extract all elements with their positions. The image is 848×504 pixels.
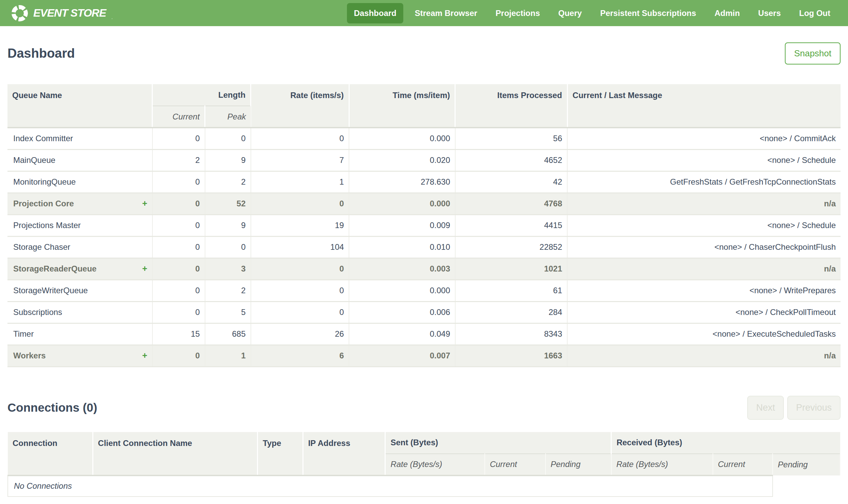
queues-table: Queue Name Length Rate (items/s) Time (m… bbox=[7, 84, 841, 367]
header-type: Type bbox=[258, 432, 303, 475]
time-cell: 0.049 bbox=[349, 323, 455, 345]
page-header: Dashboard Snapshot bbox=[7, 42, 841, 65]
queue-name-cell: Timer bbox=[7, 323, 152, 345]
queue-name-cell: Index Committer bbox=[7, 128, 152, 149]
length-current-cell: 0 bbox=[152, 258, 205, 280]
items-processed-cell: 56 bbox=[455, 128, 567, 149]
nav-item-log-out[interactable]: Log Out bbox=[792, 3, 837, 23]
rate-cell: 19 bbox=[251, 215, 349, 236]
header-message: Current / Last Message bbox=[567, 84, 841, 128]
time-cell: 0.000 bbox=[349, 128, 455, 149]
length-current-cell: 0 bbox=[152, 171, 205, 193]
time-cell: 0.000 bbox=[349, 280, 455, 301]
nav-item-query[interactable]: Query bbox=[552, 3, 589, 23]
message-cell: n/a bbox=[567, 258, 841, 280]
length-peak-cell: 1 bbox=[205, 345, 251, 366]
snapshot-button[interactable]: Snapshot bbox=[785, 42, 841, 65]
queue-name-cell: MainQueue bbox=[7, 149, 152, 171]
expand-icon[interactable]: + bbox=[142, 351, 147, 360]
table-row: Timer15685260.0498343<none> / ExecuteSch… bbox=[7, 323, 841, 345]
table-row: Subscriptions0500.006284<none> / CheckPo… bbox=[7, 301, 841, 323]
length-peak-cell: 52 bbox=[205, 193, 251, 215]
table-row: Workers+0160.0071663n/a bbox=[7, 345, 841, 366]
message-cell: n/a bbox=[567, 193, 841, 215]
table-row: Index Committer0000.00056<none> / Commit… bbox=[7, 128, 841, 149]
length-peak-cell: 9 bbox=[205, 215, 251, 236]
brand-name: EVENT STORE bbox=[33, 7, 106, 19]
length-current-cell: 0 bbox=[152, 301, 205, 323]
header-length-peak: Peak bbox=[205, 106, 251, 128]
connections-table-header: Connection Client Connection Name Type I… bbox=[8, 432, 840, 475]
table-row: MonitoringQueue021278.63042GetFreshStats… bbox=[7, 171, 841, 193]
header-received-pending: Pending bbox=[773, 454, 840, 475]
nav-item-projections[interactable]: Projections bbox=[489, 3, 547, 23]
rate-cell: 0 bbox=[251, 258, 349, 280]
length-current-cell: 15 bbox=[152, 323, 205, 345]
queue-name-cell: Subscriptions bbox=[7, 301, 152, 323]
length-current-cell: 0 bbox=[152, 128, 205, 149]
length-peak-cell: 0 bbox=[205, 236, 251, 258]
length-peak-cell: 3 bbox=[205, 258, 251, 280]
nav-item-users[interactable]: Users bbox=[751, 3, 788, 23]
time-cell: 0.020 bbox=[349, 149, 455, 171]
brand-trademark-dot: . bbox=[111, 15, 113, 20]
header-client-connection-name: Client Connection Name bbox=[93, 432, 257, 475]
rate-cell: 1 bbox=[251, 171, 349, 193]
brand-logo[interactable]: EVENT STORE . bbox=[11, 4, 113, 22]
connections-title: Connections (0) bbox=[7, 401, 97, 414]
table-row: StorageReaderQueue+0300.0031021n/a bbox=[7, 258, 841, 280]
length-current-cell: 0 bbox=[152, 215, 205, 236]
header-sent-current: Current bbox=[485, 454, 545, 475]
length-current-cell: 0 bbox=[152, 280, 205, 301]
table-row: No Connections bbox=[8, 475, 840, 497]
nav-item-stream-browser[interactable]: Stream Browser bbox=[408, 3, 484, 23]
rate-cell: 7 bbox=[251, 149, 349, 171]
previous-button[interactable]: Previous bbox=[787, 396, 841, 420]
length-current-cell: 0 bbox=[152, 345, 205, 366]
queue-name-cell: MonitoringQueue bbox=[7, 171, 152, 193]
rate-cell: 6 bbox=[251, 345, 349, 366]
navbar: EVENT STORE . DashboardStream BrowserPro… bbox=[0, 0, 848, 26]
rate-cell: 0 bbox=[251, 128, 349, 149]
nav-item-dashboard[interactable]: Dashboard bbox=[347, 3, 403, 23]
header-length: Length bbox=[152, 84, 251, 106]
page-title: Dashboard bbox=[7, 46, 75, 61]
length-peak-cell: 2 bbox=[205, 171, 251, 193]
expand-icon[interactable]: + bbox=[142, 264, 147, 273]
time-cell: 0.007 bbox=[349, 345, 455, 366]
header-time: Time (ms/item) bbox=[349, 84, 455, 128]
header-ip-address: IP Address bbox=[303, 432, 385, 475]
message-cell: <none> / WritePrepares bbox=[567, 280, 841, 301]
main-content: Dashboard Snapshot Queue Name Length Rat… bbox=[0, 42, 848, 497]
time-cell: 278.630 bbox=[349, 171, 455, 193]
header-received-current: Current bbox=[713, 454, 773, 475]
time-cell: 0.010 bbox=[349, 236, 455, 258]
header-items-processed: Items Processed bbox=[455, 84, 567, 128]
message-cell: n/a bbox=[567, 345, 841, 366]
next-button[interactable]: Next bbox=[747, 396, 784, 420]
items-processed-cell: 4415 bbox=[455, 215, 567, 236]
queue-name-cell: Storage Chaser bbox=[7, 236, 152, 258]
header-connection: Connection bbox=[8, 432, 93, 475]
rate-cell: 104 bbox=[251, 236, 349, 258]
length-current-cell: 0 bbox=[152, 193, 205, 215]
message-cell: <none> / CommitAck bbox=[567, 128, 841, 149]
expand-icon[interactable]: + bbox=[142, 199, 147, 208]
queue-name-cell: StorageReaderQueue+ bbox=[7, 258, 152, 280]
items-processed-cell: 42 bbox=[455, 171, 567, 193]
rate-cell: 0 bbox=[251, 301, 349, 323]
pager: Next Previous bbox=[747, 396, 841, 420]
connections-table: Connection Client Connection Name Type I… bbox=[7, 432, 841, 497]
nav-item-persistent-subscriptions[interactable]: Persistent Subscriptions bbox=[593, 3, 703, 23]
rate-cell: 0 bbox=[251, 280, 349, 301]
items-processed-cell: 4652 bbox=[455, 149, 567, 171]
table-row: Projections Master09190.0094415<none> / … bbox=[7, 215, 841, 236]
length-peak-cell: 9 bbox=[205, 149, 251, 171]
length-peak-cell: 685 bbox=[205, 323, 251, 345]
header-length-current: Current bbox=[152, 106, 205, 128]
nav-menu: DashboardStream BrowserProjectionsQueryP… bbox=[347, 3, 837, 23]
time-cell: 0.006 bbox=[349, 301, 455, 323]
nav-item-admin[interactable]: Admin bbox=[708, 3, 747, 23]
length-peak-cell: 0 bbox=[205, 128, 251, 149]
time-cell: 0.003 bbox=[349, 258, 455, 280]
